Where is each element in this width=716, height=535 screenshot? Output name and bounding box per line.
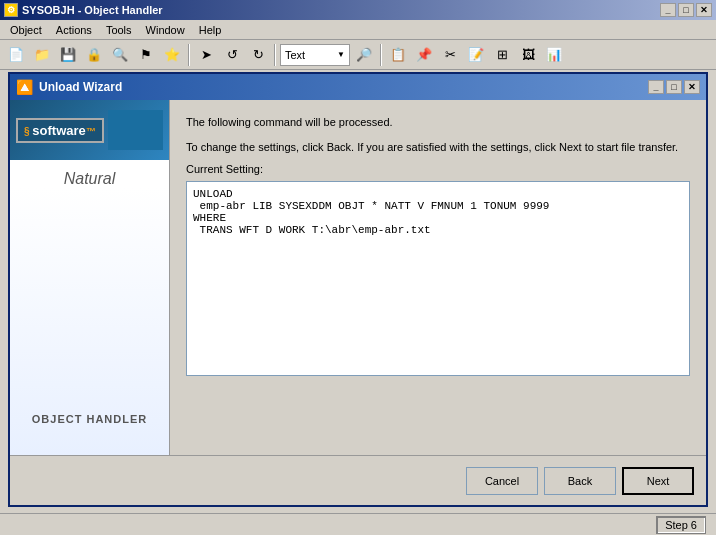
app-icon: ⚙ [4, 3, 18, 17]
current-setting-label: Current Setting: [186, 163, 690, 175]
minimize-button[interactable]: _ [660, 3, 676, 17]
title-bar: ⚙ SYSOBJH - Object Handler _ □ ✕ [0, 0, 716, 20]
dropdown-arrow-icon: ▼ [337, 50, 345, 59]
command-text-box[interactable] [186, 181, 690, 376]
chart-button[interactable]: 📊 [542, 43, 566, 67]
refresh-button[interactable]: ↺ [220, 43, 244, 67]
wizard-icon: 🔼 [16, 79, 33, 95]
menu-bar: Object Actions Tools Window Help [0, 20, 716, 40]
back-arrow-button[interactable]: ↻ [246, 43, 270, 67]
menu-actions[interactable]: Actions [50, 22, 98, 38]
natural-label: Natural [64, 170, 116, 188]
wizard-controls[interactable]: _ □ ✕ [648, 80, 700, 94]
text-type-dropdown[interactable]: Text ▼ [280, 44, 350, 66]
wizard-description-line1: The following command will be processed. [186, 114, 690, 131]
wizard-panel: 🔼 Unload Wizard _ □ ✕ § software™ Natura… [8, 72, 708, 507]
search-button[interactable]: 🔍 [108, 43, 132, 67]
wizard-close-button[interactable]: ✕ [684, 80, 700, 94]
wizard-title-bar: 🔼 Unload Wizard _ □ ✕ [10, 74, 706, 100]
cancel-button[interactable]: Cancel [466, 467, 538, 495]
wizard-maximize-button[interactable]: □ [666, 80, 682, 94]
software-brand: § software™ [16, 118, 104, 143]
menu-help[interactable]: Help [193, 22, 228, 38]
next-button[interactable]: Next [622, 467, 694, 495]
wizard-minimize-button[interactable]: _ [648, 80, 664, 94]
separator-2 [274, 44, 276, 66]
software-logo: § software™ [10, 100, 169, 160]
lock-button[interactable]: 🔒 [82, 43, 106, 67]
software-s-icon: § [24, 126, 32, 137]
star-button[interactable]: ⭐ [160, 43, 184, 67]
toolbar: 📄 📁 💾 🔒 🔍 ⚑ ⭐ ➤ ↺ ↻ Text ▼ 🔎 📋 📌 ✂ 📝 ⊞ 🖼… [0, 40, 716, 70]
view-button[interactable]: 🔎 [352, 43, 376, 67]
menu-object[interactable]: Object [4, 22, 48, 38]
window-controls[interactable]: _ □ ✕ [660, 3, 712, 17]
format-button[interactable]: 📝 [464, 43, 488, 67]
wizard-description-line2: To change the settings, click Back. If y… [186, 139, 690, 156]
save-button[interactable]: 💾 [56, 43, 80, 67]
wizard-right-panel: The following command will be processed.… [170, 100, 706, 455]
menu-window[interactable]: Window [140, 22, 191, 38]
maximize-button[interactable]: □ [678, 3, 694, 17]
wizard-footer: Cancel Back Next [10, 455, 706, 505]
back-button[interactable]: Back [544, 467, 616, 495]
status-bar: Step 6 [0, 513, 716, 535]
open-button[interactable]: 📁 [30, 43, 54, 67]
separator-1 [188, 44, 190, 66]
image-button[interactable]: 🖼 [516, 43, 540, 67]
status-step: Step 6 [656, 516, 706, 534]
separator-3 [380, 44, 382, 66]
window-title: SYSOBJH - Object Handler [22, 4, 163, 16]
table-button[interactable]: ⊞ [490, 43, 514, 67]
flag-button[interactable]: ⚑ [134, 43, 158, 67]
wizard-content: § software™ Natural OBJECT HANDLER The f… [10, 100, 706, 455]
wizard-title: Unload Wizard [39, 80, 122, 94]
logo-blue-bar [108, 110, 163, 150]
close-button[interactable]: ✕ [696, 3, 712, 17]
wizard-left-panel: § software™ Natural OBJECT HANDLER [10, 100, 170, 455]
copy-button[interactable]: 📋 [386, 43, 410, 67]
paste-button[interactable]: 📌 [412, 43, 436, 67]
menu-tools[interactable]: Tools [100, 22, 138, 38]
cut-button[interactable]: ✂ [438, 43, 462, 67]
wizard-left-bottom: OBJECT HANDLER [10, 188, 169, 455]
text-type-value: Text [285, 49, 305, 61]
object-handler-label: OBJECT HANDLER [32, 413, 147, 425]
new-button[interactable]: 📄 [4, 43, 28, 67]
arrow-right-button[interactable]: ➤ [194, 43, 218, 67]
